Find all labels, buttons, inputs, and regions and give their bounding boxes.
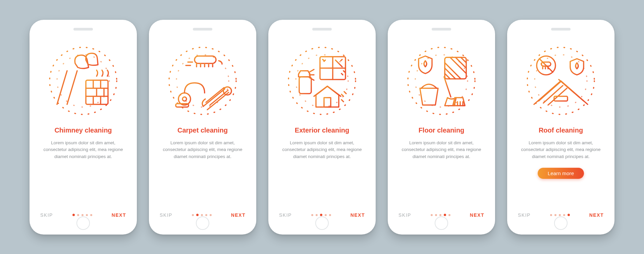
page-dot[interactable]	[86, 214, 88, 216]
svg-rect-12	[299, 77, 311, 94]
skip-button[interactable]: SKIP	[518, 212, 531, 218]
svg-point-11	[296, 55, 348, 107]
page-dot[interactable]	[563, 214, 565, 216]
page-dot[interactable]	[311, 214, 313, 216]
svg-rect-8	[176, 104, 189, 107]
skip-button[interactable]: SKIP	[160, 212, 172, 218]
skip-button[interactable]: SKIP	[279, 212, 292, 218]
page-dot[interactable]	[210, 214, 212, 216]
page-dot[interactable]	[316, 214, 318, 216]
screen-title: Chimney cleaning	[39, 126, 127, 134]
page-dot[interactable]	[77, 214, 79, 216]
svg-point-7	[182, 97, 186, 101]
page-dot[interactable]	[72, 214, 75, 216]
phone-speaker	[312, 28, 332, 31]
page-dot[interactable]	[201, 214, 203, 216]
page-dot[interactable]	[435, 214, 437, 216]
page-dot[interactable]	[550, 214, 552, 216]
phone-speaker	[193, 28, 212, 31]
page-dot[interactable]	[439, 214, 441, 216]
page-indicator	[192, 214, 212, 216]
roof-cleaning-icon	[524, 44, 598, 118]
phone-speaker	[432, 28, 451, 31]
page-indicator	[311, 214, 331, 216]
page-dot[interactable]	[431, 214, 433, 216]
phone-screen: Carpet cleaning Lorem ipsum dolor sit di…	[149, 20, 256, 235]
page-dot[interactable]	[196, 214, 199, 216]
page-indicator	[550, 214, 570, 216]
phone-speaker	[73, 28, 93, 31]
page-dot[interactable]	[192, 214, 194, 216]
screen-body: Lorem ipsum dolor sit dim amet, consecte…	[39, 140, 127, 161]
phone-screen: Roof cleaning Lorem ipsum dolor sit dim …	[507, 20, 614, 235]
chimney-cleaning-icon	[46, 44, 120, 118]
svg-rect-17	[445, 57, 466, 79]
learn-more-button[interactable]: Learn more	[538, 168, 584, 179]
svg-rect-22	[554, 96, 568, 101]
carpet-cleaning-icon	[166, 44, 239, 118]
page-dot[interactable]	[205, 214, 207, 216]
floor-cleaning-icon	[405, 44, 478, 118]
page-indicator	[431, 214, 450, 216]
page-dot[interactable]	[90, 214, 92, 216]
next-button[interactable]: NEXT	[112, 212, 126, 218]
page-dot[interactable]	[329, 214, 331, 216]
screen-body: Lorem ipsum dolor sit dim amet, consecte…	[158, 140, 247, 161]
next-button[interactable]: NEXT	[470, 212, 484, 218]
page-dot[interactable]	[444, 214, 446, 216]
screen-body: Lorem ipsum dolor sit dim amet, consecte…	[278, 140, 366, 161]
phone-home-button	[554, 216, 568, 230]
phone-home-button	[435, 216, 448, 230]
page-dot[interactable]	[568, 214, 570, 216]
page-dot[interactable]	[559, 214, 561, 216]
page-dot[interactable]	[82, 214, 84, 216]
page-dot[interactable]	[448, 214, 450, 216]
skip-button[interactable]: SKIP	[398, 212, 411, 218]
phone-home-button	[76, 216, 90, 230]
phone-speaker	[551, 28, 571, 31]
exterior-cleaning-icon	[285, 44, 359, 118]
skip-button[interactable]: SKIP	[40, 212, 53, 218]
page-indicator	[72, 214, 92, 216]
screen-title: Carpet cleaning	[158, 126, 247, 134]
phone-screen: Floor cleaning Lorem ipsum dolor sit dim…	[388, 20, 495, 235]
screen-title: Exterior cleaning	[278, 126, 366, 134]
page-dot[interactable]	[554, 214, 556, 216]
screen-title: Roof cleaning	[517, 126, 605, 134]
svg-point-1	[57, 55, 109, 107]
onboarding-row: Chimney cleaning Lorem ipsum dolor sit d…	[30, 20, 614, 235]
phone-screen: Exterior cleaning Lorem ipsum dolor sit …	[268, 20, 376, 235]
screen-body: Lorem ipsum dolor sit dim amet, consecte…	[397, 140, 486, 161]
page-dot[interactable]	[320, 214, 322, 216]
screen-title: Floor cleaning	[397, 126, 486, 134]
phone-home-button	[315, 216, 329, 230]
next-button[interactable]: NEXT	[231, 212, 246, 218]
phone-home-button	[196, 216, 209, 230]
screen-body: Lorem ipsum dolor sit dim amet, consecte…	[517, 140, 605, 161]
next-button[interactable]: NEXT	[589, 212, 604, 218]
phone-screen: Chimney cleaning Lorem ipsum dolor sit d…	[30, 20, 137, 235]
svg-point-16	[415, 55, 468, 107]
page-dot[interactable]	[325, 214, 327, 216]
next-button[interactable]: NEXT	[351, 212, 365, 218]
